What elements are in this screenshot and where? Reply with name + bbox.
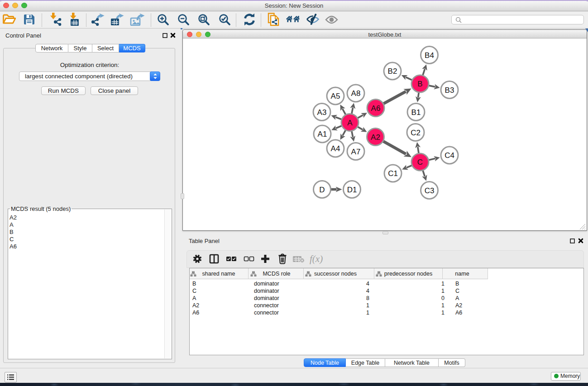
- svg-text:A: A: [347, 119, 353, 127]
- svg-text:D1: D1: [347, 186, 357, 194]
- svg-text:A5: A5: [331, 92, 340, 100]
- svg-text:C4: C4: [445, 151, 454, 160]
- svg-text:B3: B3: [445, 86, 454, 95]
- svg-text:B2: B2: [388, 67, 397, 76]
- svg-text:A7: A7: [351, 148, 361, 156]
- svg-text:C2: C2: [411, 129, 421, 137]
- svg-text:C3: C3: [425, 186, 435, 195]
- svg-text:A1: A1: [318, 130, 327, 138]
- svg-text:B1: B1: [411, 108, 421, 117]
- svg-text:A3: A3: [317, 108, 327, 117]
- svg-text:B4: B4: [425, 51, 434, 60]
- svg-text:A2: A2: [371, 133, 380, 142]
- svg-text:B: B: [417, 80, 422, 88]
- svg-text:D: D: [319, 186, 325, 194]
- svg-text:C1: C1: [388, 169, 398, 178]
- svg-text:A6: A6: [371, 104, 381, 113]
- svg-text:A8: A8: [351, 89, 361, 98]
- svg-text:A4: A4: [331, 144, 340, 153]
- svg-text:C: C: [417, 158, 423, 167]
